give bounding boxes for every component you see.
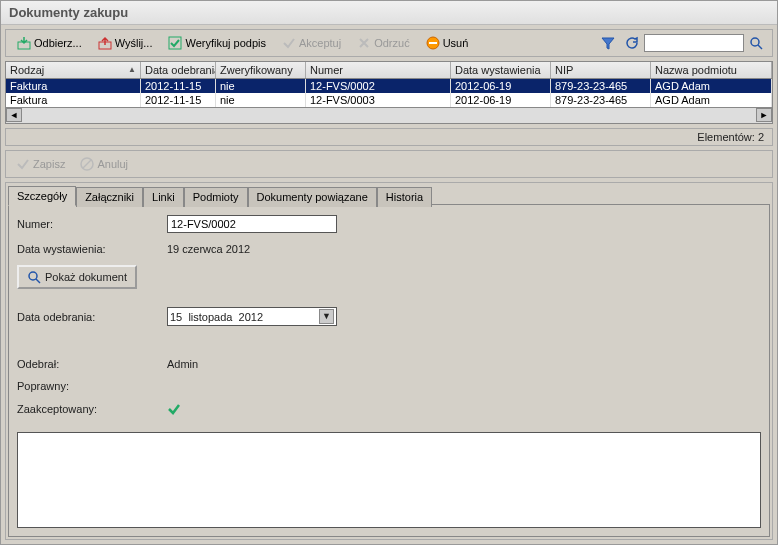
- scroll-left-button[interactable]: ◄: [6, 108, 22, 122]
- svg-rect-2: [169, 37, 181, 49]
- search-button[interactable]: [746, 33, 766, 53]
- no-entry-icon: [80, 157, 94, 171]
- issued-value: 19 czerwca 2012: [167, 243, 250, 255]
- save-label: Zapisz: [33, 158, 65, 170]
- reject-button[interactable]: Odrzuć: [350, 33, 416, 53]
- accept-label: Akceptuj: [299, 37, 341, 49]
- cancel-button[interactable]: Anuluj: [74, 155, 134, 173]
- main-toolbar: Odbierz... Wyślij... Weryfikuj podpis Ak…: [5, 29, 773, 57]
- send-button[interactable]: Wyślij...: [91, 33, 160, 53]
- cell-number: 12-FVS/0003: [306, 93, 451, 107]
- filter-button[interactable]: [598, 33, 618, 53]
- correct-label: Poprawny:: [17, 380, 167, 392]
- tab-details[interactable]: Szczegóły: [8, 186, 76, 206]
- cell-received: 2012-11-15: [141, 79, 216, 93]
- cell-kind: Faktura: [6, 79, 141, 93]
- cancel-label: Anuluj: [97, 158, 128, 170]
- elements-label: Elementów:: [697, 131, 754, 143]
- verify-button[interactable]: Weryfikuj podpis: [161, 33, 273, 53]
- grid-header: Rodzaj▲ Data odebrania Zweryfikowany Num…: [6, 62, 772, 79]
- documents-grid: Rodzaj▲ Data odebrania Zweryfikowany Num…: [5, 61, 773, 124]
- cell-verified: nie: [216, 93, 306, 107]
- col-kind[interactable]: Rodzaj▲: [6, 62, 141, 78]
- check-square-icon: [168, 36, 182, 50]
- svg-line-8: [83, 160, 91, 168]
- col-issued[interactable]: Data wystawienia: [451, 62, 551, 78]
- col-nip[interactable]: NIP: [551, 62, 651, 78]
- number-label: Numer:: [17, 218, 167, 230]
- show-document-label: Pokaż dokument: [45, 271, 127, 283]
- col-entity[interactable]: Nazwa podmiotu: [651, 62, 772, 78]
- received-by-label: Odebrał:: [17, 358, 167, 370]
- cell-issued: 2012-06-19: [451, 79, 551, 93]
- check-icon: [16, 157, 30, 171]
- svg-line-10: [36, 279, 40, 283]
- svg-line-6: [758, 45, 762, 49]
- cell-received: 2012-11-15: [141, 93, 216, 107]
- status-bar: Elementów: 2: [5, 128, 773, 146]
- minus-circle-icon: [426, 36, 440, 50]
- magnifier-icon: [27, 270, 41, 284]
- scroll-right-button[interactable]: ►: [756, 108, 772, 122]
- accepted-value-check-icon: [167, 402, 181, 416]
- table-row[interactable]: Faktura2012-11-15nie12-FVS/00032012-06-1…: [6, 93, 772, 107]
- cell-kind: Faktura: [6, 93, 141, 107]
- send-label: Wyślij...: [115, 37, 153, 49]
- tab-content-details: Numer: Data wystawienia: 19 czerwca 2012…: [8, 205, 770, 537]
- svg-point-9: [29, 272, 37, 280]
- inbox-icon: [17, 36, 31, 50]
- verify-label: Weryfikuj podpis: [185, 37, 266, 49]
- cell-nip: 879-23-23-465: [551, 93, 651, 107]
- cell-issued: 2012-06-19: [451, 93, 551, 107]
- tab-entities[interactable]: Podmioty: [184, 187, 248, 207]
- outbox-icon: [98, 36, 112, 50]
- elements-count: 2: [758, 131, 764, 143]
- cell-nip: 879-23-23-465: [551, 79, 651, 93]
- tab-attachments[interactable]: Załączniki: [76, 187, 143, 207]
- form-toolbar: Zapisz Anuluj: [5, 150, 773, 178]
- received-date-picker[interactable]: 15 listopada 2012 ▼: [167, 307, 337, 326]
- received-label: Data odebrania:: [17, 311, 167, 323]
- cell-entity: AGD Adam: [651, 93, 772, 107]
- receive-label: Odbierz...: [34, 37, 82, 49]
- receive-button[interactable]: Odbierz...: [10, 33, 89, 53]
- accepted-label: Zaakceptowany:: [17, 403, 167, 415]
- window-title: Dokumenty zakupu: [1, 1, 777, 25]
- col-received[interactable]: Data odebrania: [141, 62, 216, 78]
- delete-label: Usuń: [443, 37, 469, 49]
- tab-related[interactable]: Dokumenty powiązane: [248, 187, 377, 207]
- details-panel: Szczegóły Załączniki Linki Podmioty Doku…: [5, 182, 773, 540]
- search-input[interactable]: [644, 34, 744, 52]
- table-row[interactable]: Faktura2012-11-15nie12-FVS/00022012-06-1…: [6, 79, 772, 93]
- check-icon: [282, 36, 296, 50]
- cell-number: 12-FVS/0002: [306, 79, 451, 93]
- notes-textarea[interactable]: [17, 432, 761, 528]
- issued-label: Data wystawienia:: [17, 243, 167, 255]
- cell-verified: nie: [216, 79, 306, 93]
- delete-button[interactable]: Usuń: [419, 33, 476, 53]
- cell-entity: AGD Adam: [651, 79, 772, 93]
- accept-button[interactable]: Akceptuj: [275, 33, 348, 53]
- tab-history[interactable]: Historia: [377, 187, 432, 207]
- chevron-down-icon[interactable]: ▼: [319, 309, 334, 324]
- x-icon: [357, 36, 371, 50]
- sort-asc-icon: ▲: [128, 65, 136, 74]
- svg-point-5: [751, 38, 759, 46]
- col-verified[interactable]: Zweryfikowany: [216, 62, 306, 78]
- tabstrip: Szczegóły Załączniki Linki Podmioty Doku…: [8, 185, 770, 205]
- show-document-button[interactable]: Pokaż dokument: [17, 265, 137, 289]
- reject-label: Odrzuć: [374, 37, 409, 49]
- tab-links[interactable]: Linki: [143, 187, 184, 207]
- number-input[interactable]: [167, 215, 337, 233]
- col-number[interactable]: Numer: [306, 62, 451, 78]
- grid-scrollbar[interactable]: ◄ ►: [6, 107, 772, 123]
- refresh-button[interactable]: [622, 33, 642, 53]
- svg-rect-4: [429, 42, 437, 44]
- save-button[interactable]: Zapisz: [10, 155, 71, 173]
- received-by-value: Admin: [167, 358, 198, 370]
